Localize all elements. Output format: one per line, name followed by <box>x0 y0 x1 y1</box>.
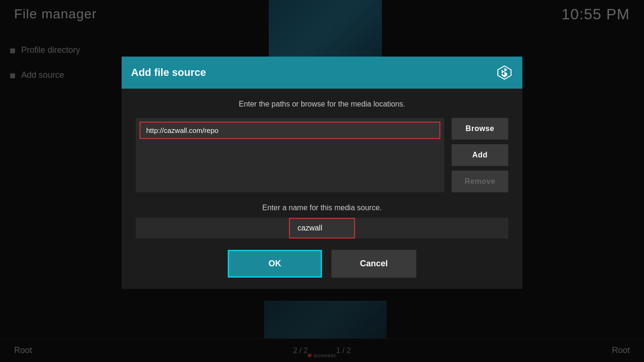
dialog-subtitle: Enter the paths or browse for the media … <box>136 100 508 108</box>
name-section: Enter a name for this media source. cazw… <box>136 204 508 239</box>
remove-button[interactable]: Remove <box>452 171 508 192</box>
dialog-body: Enter the paths or browse for the media … <box>122 89 522 289</box>
name-input-row: cazwall <box>136 218 508 239</box>
kodi-logo <box>496 64 513 81</box>
path-item[interactable]: http://cazwall.com/repo <box>140 122 440 139</box>
browse-button[interactable]: Browse <box>452 118 508 140</box>
paths-section: http://cazwall.com/repo Browse Add Remov… <box>136 118 508 192</box>
add-file-source-dialog: Add file source Enter the paths or brows… <box>122 57 522 289</box>
name-input-right <box>355 218 508 239</box>
name-input-value[interactable]: cazwall <box>289 218 355 239</box>
dialog-header: Add file source <box>122 57 522 89</box>
ok-button[interactable]: OK <box>228 250 322 278</box>
paths-list[interactable]: http://cazwall.com/repo <box>136 118 444 192</box>
dialog-title: Add file source <box>131 66 206 79</box>
paths-buttons: Browse Add Remove <box>452 118 508 192</box>
action-buttons: OK Cancel <box>136 250 508 278</box>
kodi-logo-svg <box>497 65 512 80</box>
name-subtitle: Enter a name for this media source. <box>136 204 508 212</box>
name-input-left <box>136 218 289 239</box>
add-button[interactable]: Add <box>452 144 508 166</box>
cancel-button[interactable]: Cancel <box>331 250 416 278</box>
